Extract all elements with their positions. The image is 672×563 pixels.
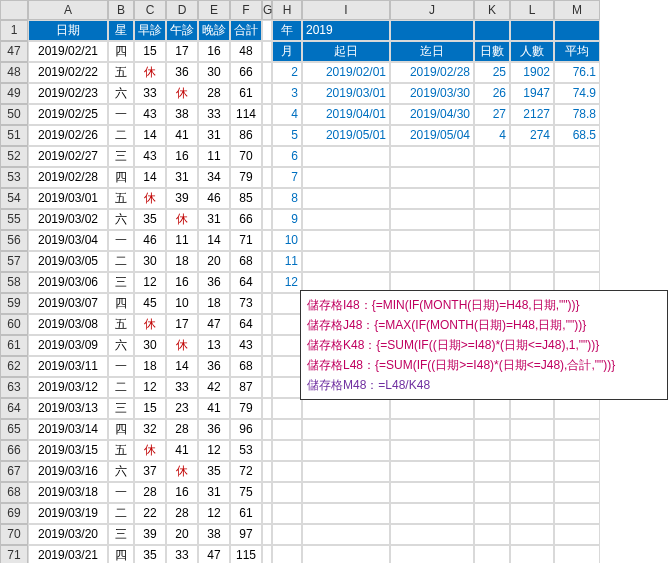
r-month[interactable]: 11 xyxy=(272,251,302,272)
afternoon-cell[interactable]: 36 xyxy=(166,62,198,83)
evening-cell[interactable]: 42 xyxy=(198,377,230,398)
r-month[interactable]: 7 xyxy=(272,167,302,188)
afternoon-cell[interactable]: 14 xyxy=(166,356,198,377)
evening-cell[interactable]: 11 xyxy=(198,146,230,167)
morning-cell[interactable]: 45 xyxy=(134,293,166,314)
r-days[interactable]: 26 xyxy=(474,83,510,104)
morning-cell[interactable]: 14 xyxy=(134,167,166,188)
e[interactable] xyxy=(302,419,390,440)
morning-cell[interactable]: 33 xyxy=(134,83,166,104)
e[interactable] xyxy=(390,503,474,524)
total-cell[interactable]: 68 xyxy=(230,356,262,377)
weekday-cell[interactable]: 三 xyxy=(108,398,134,419)
e[interactable] xyxy=(554,503,600,524)
r-days[interactable] xyxy=(474,230,510,251)
weekday-cell[interactable]: 四 xyxy=(108,419,134,440)
total-cell[interactable]: 61 xyxy=(230,503,262,524)
date-cell[interactable]: 2019/03/19 xyxy=(28,503,108,524)
r-days[interactable] xyxy=(474,188,510,209)
r-avg[interactable]: 74.9 xyxy=(554,83,600,104)
r-end[interactable]: 2019/05/04 xyxy=(390,125,474,146)
weekday-cell[interactable]: 一 xyxy=(108,482,134,503)
r-people[interactable] xyxy=(510,146,554,167)
e[interactable] xyxy=(390,524,474,545)
row-header[interactable]: 70 xyxy=(0,524,28,545)
row-header[interactable]: 71 xyxy=(0,545,28,563)
e[interactable] xyxy=(390,482,474,503)
e[interactable] xyxy=(272,524,302,545)
e[interactable] xyxy=(474,524,510,545)
r-people[interactable] xyxy=(510,209,554,230)
row-header[interactable]: 51 xyxy=(0,125,28,146)
r-people[interactable]: 2127 xyxy=(510,104,554,125)
morning-cell[interactable]: 28 xyxy=(134,482,166,503)
e[interactable] xyxy=(510,419,554,440)
afternoon-cell[interactable]: 休 xyxy=(166,461,198,482)
r-month[interactable]: 10 xyxy=(272,230,302,251)
weekday-cell[interactable]: 一 xyxy=(108,104,134,125)
r-people[interactable]: 1947 xyxy=(510,83,554,104)
afternoon-cell[interactable]: 41 xyxy=(166,125,198,146)
r-days[interactable]: 27 xyxy=(474,104,510,125)
e[interactable] xyxy=(272,398,302,419)
total-cell[interactable]: 72 xyxy=(230,461,262,482)
afternoon-cell[interactable]: 休 xyxy=(166,335,198,356)
evening-cell[interactable]: 14 xyxy=(198,230,230,251)
date-cell[interactable]: 2019/03/20 xyxy=(28,524,108,545)
col-header[interactable]: I xyxy=(302,0,390,20)
total-cell[interactable]: 87 xyxy=(230,377,262,398)
r-end[interactable] xyxy=(390,251,474,272)
weekday-cell[interactable]: 三 xyxy=(108,524,134,545)
e[interactable] xyxy=(474,398,510,419)
e[interactable] xyxy=(474,545,510,563)
year-value[interactable]: 2019 xyxy=(302,20,390,41)
row-header[interactable]: 55 xyxy=(0,209,28,230)
date-cell[interactable]: 2019/03/06 xyxy=(28,272,108,293)
row-header[interactable]: 69 xyxy=(0,503,28,524)
r-start[interactable] xyxy=(302,251,390,272)
morning-cell[interactable]: 休 xyxy=(134,440,166,461)
e[interactable] xyxy=(272,419,302,440)
row-header[interactable]: 60 xyxy=(0,314,28,335)
evening-cell[interactable]: 31 xyxy=(198,125,230,146)
r-avg[interactable]: 76.1 xyxy=(554,62,600,83)
date-cell[interactable]: 2019/02/28 xyxy=(28,167,108,188)
row-header[interactable]: 59 xyxy=(0,293,28,314)
weekday-cell[interactable]: 六 xyxy=(108,209,134,230)
total-cell[interactable]: 66 xyxy=(230,62,262,83)
r-days[interactable]: 4 xyxy=(474,125,510,146)
row-header[interactable]: 56 xyxy=(0,230,28,251)
col-header[interactable]: E xyxy=(198,0,230,20)
total-cell[interactable]: 70 xyxy=(230,146,262,167)
afternoon-cell[interactable]: 10 xyxy=(166,293,198,314)
e[interactable] xyxy=(554,461,600,482)
r-month[interactable]: 2 xyxy=(272,62,302,83)
row-header[interactable]: 48 xyxy=(0,62,28,83)
r-avg[interactable]: 78.8 xyxy=(554,104,600,125)
weekday-cell[interactable]: 六 xyxy=(108,461,134,482)
r-people[interactable] xyxy=(510,167,554,188)
e[interactable] xyxy=(554,398,600,419)
col-header[interactable]: M xyxy=(554,0,600,20)
row-header[interactable]: 64 xyxy=(0,398,28,419)
date-cell[interactable]: 2019/02/21 xyxy=(28,41,108,62)
col-header[interactable]: A xyxy=(28,0,108,20)
r-end[interactable]: 2019/04/30 xyxy=(390,104,474,125)
total-cell[interactable]: 66 xyxy=(230,209,262,230)
e[interactable] xyxy=(272,314,302,335)
col-header[interactable]: H xyxy=(272,0,302,20)
date-cell[interactable]: 2019/03/14 xyxy=(28,419,108,440)
e[interactable] xyxy=(554,419,600,440)
date-cell[interactable]: 2019/03/09 xyxy=(28,335,108,356)
e[interactable] xyxy=(272,503,302,524)
r-days[interactable] xyxy=(474,251,510,272)
r-month[interactable]: 4 xyxy=(272,104,302,125)
total-cell[interactable]: 86 xyxy=(230,125,262,146)
r-people[interactable]: 1902 xyxy=(510,62,554,83)
morning-cell[interactable]: 32 xyxy=(134,419,166,440)
r-end[interactable]: 2019/03/30 xyxy=(390,83,474,104)
morning-cell[interactable]: 46 xyxy=(134,230,166,251)
date-cell[interactable]: 2019/02/26 xyxy=(28,125,108,146)
row-header[interactable]: 68 xyxy=(0,482,28,503)
evening-cell[interactable]: 30 xyxy=(198,62,230,83)
